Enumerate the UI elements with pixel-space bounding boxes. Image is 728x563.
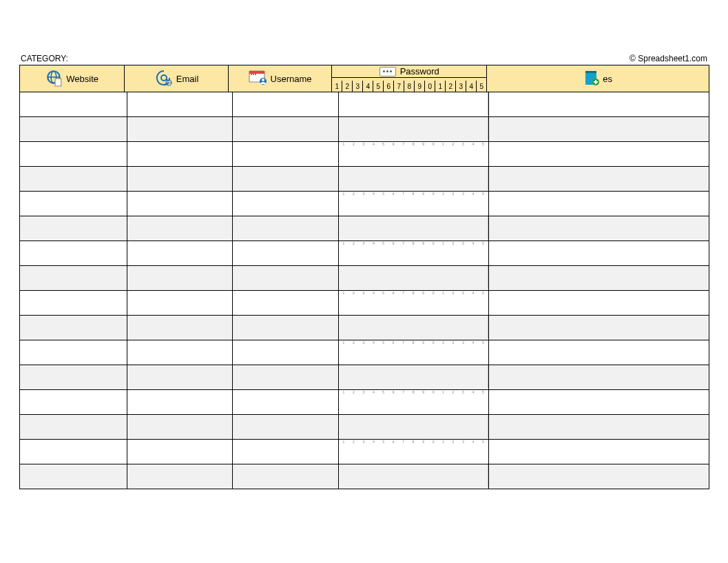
table-cell[interactable] xyxy=(20,266,127,290)
table-cell[interactable] xyxy=(20,167,127,191)
table-row[interactable] xyxy=(20,365,709,389)
table-cell[interactable] xyxy=(233,365,339,389)
table-row[interactable] xyxy=(20,166,709,191)
password-cell[interactable] xyxy=(339,266,489,290)
table-row[interactable] xyxy=(20,265,709,290)
table-row[interactable]: 123456789012345 xyxy=(20,389,709,414)
table-cell[interactable] xyxy=(233,464,339,489)
table-cell[interactable] xyxy=(489,365,709,389)
password-cell[interactable]: 123456789012345 xyxy=(339,340,489,365)
table-cell[interactable] xyxy=(233,92,339,116)
table-cell[interactable] xyxy=(127,241,233,265)
password-cell[interactable] xyxy=(339,415,489,439)
password-cell[interactable] xyxy=(339,92,489,116)
table-cell[interactable] xyxy=(20,464,127,489)
table-cell[interactable] xyxy=(127,390,233,414)
table-cell[interactable] xyxy=(233,266,339,290)
table-cell[interactable] xyxy=(127,340,233,365)
table-row[interactable]: 123456789012345 xyxy=(20,290,709,315)
table-row[interactable] xyxy=(20,216,709,240)
table-cell[interactable] xyxy=(127,167,233,191)
table-cell[interactable] xyxy=(127,117,233,141)
password-cell[interactable] xyxy=(339,365,489,389)
password-cell[interactable]: 123456789012345 xyxy=(339,192,489,216)
table-cell[interactable] xyxy=(20,142,127,166)
table-cell[interactable] xyxy=(489,142,709,166)
table-row[interactable]: 123456789012345 xyxy=(20,340,709,365)
table-cell[interactable] xyxy=(489,440,709,464)
table-cell[interactable] xyxy=(489,241,709,265)
password-index-2: 2 xyxy=(342,81,353,92)
table-cell[interactable] xyxy=(20,340,127,365)
table-row[interactable] xyxy=(20,92,709,116)
table-cell[interactable] xyxy=(20,316,127,340)
password-cell[interactable] xyxy=(339,316,489,340)
table-cell[interactable] xyxy=(489,192,709,216)
table-cell[interactable] xyxy=(20,415,127,439)
table-cell[interactable] xyxy=(127,266,233,290)
table-cell[interactable] xyxy=(489,415,709,439)
table-cell[interactable] xyxy=(489,216,709,240)
table-row[interactable] xyxy=(20,464,709,489)
table-cell[interactable] xyxy=(489,316,709,340)
table-cell[interactable] xyxy=(20,117,127,141)
table-row[interactable] xyxy=(20,414,709,439)
table-cell[interactable] xyxy=(233,117,339,141)
table-cell[interactable] xyxy=(489,390,709,414)
table-cell[interactable] xyxy=(489,92,709,116)
svg-rect-3 xyxy=(55,79,61,86)
password-cell[interactable]: 123456789012345 xyxy=(339,291,489,315)
table-cell[interactable] xyxy=(127,464,233,489)
table-cell[interactable] xyxy=(127,142,233,166)
password-cell[interactable]: 123456789012345 xyxy=(339,142,489,166)
table-cell[interactable] xyxy=(233,440,339,464)
table-cell[interactable] xyxy=(233,316,339,340)
table-cell[interactable] xyxy=(127,415,233,439)
password-index-13: 3 xyxy=(456,81,466,92)
password-cell[interactable] xyxy=(339,117,489,141)
table-row[interactable]: 123456789012345 xyxy=(20,240,709,265)
password-cell[interactable] xyxy=(339,216,489,240)
table-cell[interactable] xyxy=(233,167,339,191)
table-cell[interactable] xyxy=(20,92,127,116)
table-cell[interactable] xyxy=(127,365,233,389)
table-cell[interactable] xyxy=(127,440,233,464)
table-cell[interactable] xyxy=(489,167,709,191)
table-cell[interactable] xyxy=(233,142,339,166)
svg-point-4 xyxy=(161,75,167,81)
table-row[interactable]: 123456789012345 xyxy=(20,191,709,216)
table-row[interactable] xyxy=(20,116,709,141)
password-cell[interactable]: 123456789012345 xyxy=(339,440,489,464)
table-cell[interactable] xyxy=(489,117,709,141)
table-cell[interactable] xyxy=(20,390,127,414)
table-cell[interactable] xyxy=(233,291,339,315)
password-cell[interactable] xyxy=(339,464,489,489)
table-cell[interactable] xyxy=(233,216,339,240)
table-cell[interactable] xyxy=(127,216,233,240)
table-cell[interactable] xyxy=(20,216,127,240)
table-cell[interactable] xyxy=(127,291,233,315)
table-row[interactable]: 123456789012345 xyxy=(20,439,709,464)
table-cell[interactable] xyxy=(233,415,339,439)
table-cell[interactable] xyxy=(20,440,127,464)
table-cell[interactable] xyxy=(20,192,127,216)
table-cell[interactable] xyxy=(233,192,339,216)
password-cell[interactable]: 123456789012345 xyxy=(339,390,489,414)
table-cell[interactable] xyxy=(233,241,339,265)
table-cell[interactable] xyxy=(489,464,709,489)
table-cell[interactable] xyxy=(489,291,709,315)
table-cell[interactable] xyxy=(489,340,709,365)
password-cell[interactable] xyxy=(339,167,489,191)
table-cell[interactable] xyxy=(20,365,127,389)
table-cell[interactable] xyxy=(127,316,233,340)
table-cell[interactable] xyxy=(20,241,127,265)
table-cell[interactable] xyxy=(127,192,233,216)
table-row[interactable] xyxy=(20,315,709,340)
password-cell[interactable]: 123456789012345 xyxy=(339,241,489,265)
table-cell[interactable] xyxy=(20,291,127,315)
table-cell[interactable] xyxy=(233,390,339,414)
table-row[interactable]: 123456789012345 xyxy=(20,141,709,166)
table-cell[interactable] xyxy=(233,340,339,365)
table-cell[interactable] xyxy=(489,266,709,290)
table-cell[interactable] xyxy=(127,92,233,116)
